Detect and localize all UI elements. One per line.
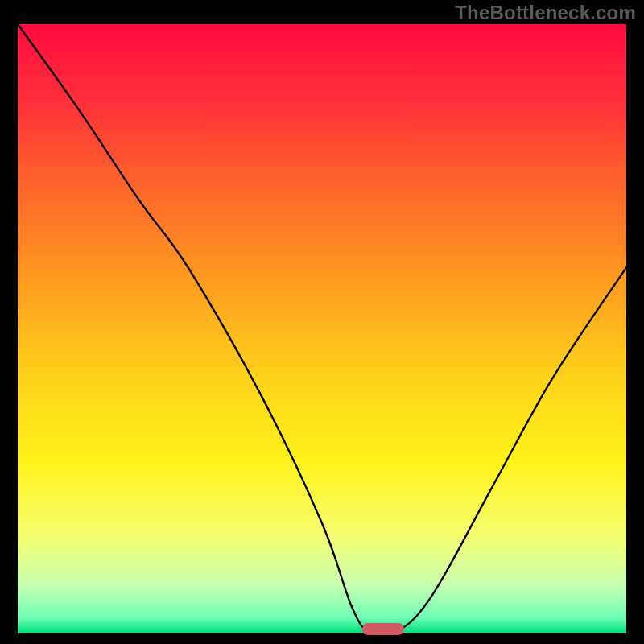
chart-frame: TheBottleneck.com bbox=[0, 0, 644, 644]
optimal-marker bbox=[362, 623, 404, 635]
gradient-background bbox=[18, 24, 626, 633]
watermark-text: TheBottleneck.com bbox=[455, 2, 636, 24]
bottleneck-chart bbox=[18, 24, 626, 633]
